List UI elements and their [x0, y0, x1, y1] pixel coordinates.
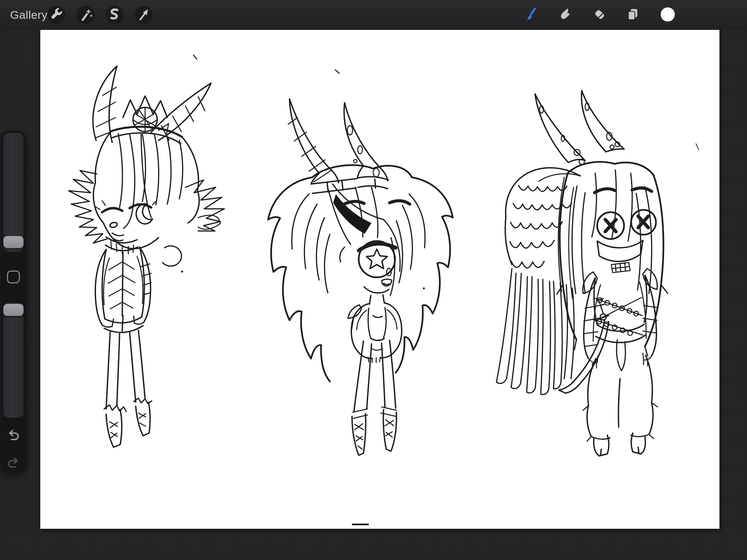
gallery-button[interactable]: Gallery [10, 0, 47, 30]
sketch-left-character [69, 66, 224, 447]
transform-button[interactable] [135, 6, 153, 24]
magic-wand-icon [78, 7, 93, 23]
color-circle [660, 7, 675, 23]
actions-button[interactable] [47, 6, 66, 24]
opacity-slider[interactable] [3, 303, 24, 418]
eraser-icon [592, 7, 607, 23]
opacity-handle[interactable] [3, 304, 24, 316]
wrench-icon [49, 7, 64, 23]
brush-sidebar [1, 131, 26, 473]
sketch-middle-character [268, 99, 453, 455]
selection-button[interactable] [105, 6, 124, 24]
layers-icon [625, 7, 641, 23]
brush-size-handle[interactable] [3, 236, 24, 248]
app-screen: Gallery [0, 0, 747, 560]
drawing-canvas[interactable] [40, 30, 719, 529]
adjustments-button[interactable] [77, 6, 95, 24]
undo-button[interactable] [6, 428, 21, 443]
sketch-artwork [40, 30, 719, 529]
modify-button[interactable] [7, 271, 20, 283]
top-toolbar: Gallery [0, 0, 747, 30]
sketch-right-character [496, 91, 668, 456]
layers-button[interactable] [625, 7, 641, 23]
smudge-tool-button[interactable] [558, 7, 573, 23]
smudge-finger-icon [558, 7, 573, 23]
move-arrow-icon [136, 7, 152, 23]
paint-tool-button[interactable] [524, 7, 539, 23]
selection-s-icon [107, 7, 122, 23]
brush-size-slider[interactable] [3, 133, 24, 252]
paint-brush-icon [524, 7, 539, 23]
color-swatch-button[interactable] [660, 7, 675, 23]
redo-arrow-icon [6, 455, 21, 471]
erase-tool-button[interactable] [592, 7, 607, 23]
redo-button[interactable] [6, 455, 21, 470]
undo-arrow-icon [6, 427, 21, 443]
